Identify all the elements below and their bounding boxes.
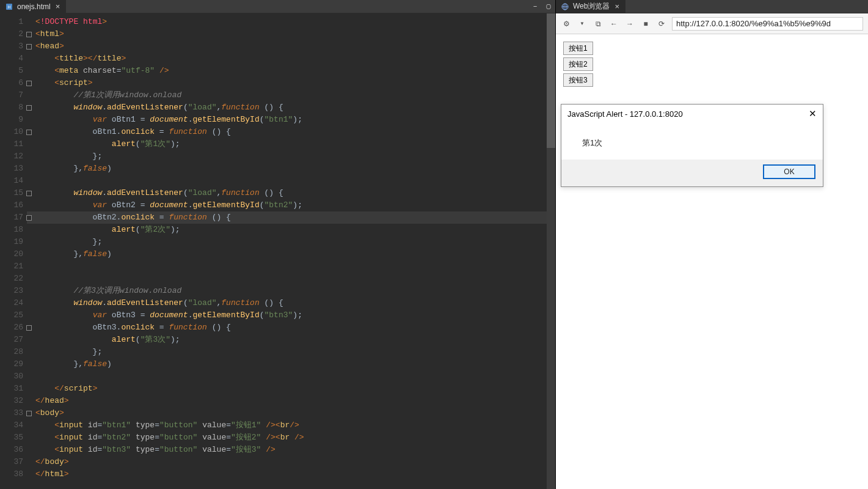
code-line[interactable]: alert("第1次");: [27, 138, 547, 150]
back-icon[interactable]: ←: [608, 18, 619, 29]
code-line[interactable]: <title></title>: [27, 53, 547, 65]
code-line[interactable]: <meta charset="utf-8" />: [27, 65, 547, 77]
browser-pane: Web浏览器 × ⚙ ▼ ⧉ ← → ■ ⟳ http://127.0.0.1:…: [556, 0, 868, 489]
js-alert-dialog: JavaScript Alert - 127.0.0.1:8020 ✕ 第1次 …: [561, 104, 823, 187]
code-line[interactable]: [27, 175, 547, 187]
code-line[interactable]: </html>: [27, 468, 547, 480]
line-number: 7: [0, 89, 27, 101]
line-number: 32: [0, 395, 27, 407]
code-line[interactable]: [27, 273, 547, 285]
line-number: 33: [0, 407, 27, 419]
code-line[interactable]: <input id="btn2" type="button" value="按钮…: [27, 432, 547, 444]
close-icon[interactable]: ×: [54, 2, 62, 11]
code-line[interactable]: };: [27, 236, 547, 248]
editor-tab-onejs[interactable]: H onejs.html ×: [0, 0, 67, 13]
line-number: 13: [0, 163, 27, 175]
line-number: 16: [0, 199, 27, 211]
code-line[interactable]: //第3次调用window.onload: [27, 285, 547, 297]
line-number: 15: [0, 187, 27, 199]
code-line[interactable]: var oBtn2 = document.getElementById("btn…: [27, 199, 547, 211]
forward-icon[interactable]: →: [624, 18, 635, 29]
page-button-3[interactable]: 按钮3: [563, 73, 593, 87]
line-number: 24: [0, 297, 27, 309]
code-line[interactable]: <html>: [27, 28, 547, 40]
code-line[interactable]: <head>: [27, 40, 547, 53]
code-line[interactable]: var oBtn1 = document.getElementById("btn…: [27, 114, 547, 126]
scrollbar-thumb[interactable]: [547, 13, 555, 148]
code-line[interactable]: oBtn1.onclick = function () {: [27, 126, 547, 138]
code-line[interactable]: <body>: [27, 407, 547, 419]
code-line[interactable]: </head>: [27, 395, 547, 407]
line-number: 19: [0, 236, 27, 248]
code-line[interactable]: <input id="btn3" type="button" value="按钮…: [27, 444, 547, 456]
line-gutter: 1234567891011121314151617181920212223242…: [0, 13, 27, 489]
code-editor-pane: H onejs.html × – ▢ 123456789101112131415…: [0, 0, 556, 489]
maximize-icon[interactable]: ▢: [542, 0, 555, 13]
alert-message: 第1次: [561, 123, 823, 160]
line-number: 4: [0, 53, 27, 65]
line-number: 26: [0, 322, 27, 334]
line-number: 27: [0, 334, 27, 346]
alert-title: JavaScript Alert - 127.0.0.1:8020: [567, 109, 683, 119]
page-button-2[interactable]: 按钮2: [563, 57, 593, 71]
refresh-icon[interactable]: ⟳: [656, 18, 667, 29]
code-line[interactable]: <script>: [27, 77, 547, 89]
code-line[interactable]: alert("第3次");: [27, 334, 547, 346]
line-number: 28: [0, 346, 27, 358]
stop-icon[interactable]: ■: [640, 18, 651, 29]
code-line[interactable]: },false): [27, 163, 547, 175]
vertical-scrollbar[interactable]: [547, 13, 555, 489]
code-line[interactable]: </body>: [27, 456, 547, 468]
line-number: 29: [0, 358, 27, 370]
code-line[interactable]: var oBtn3 = document.getElementById("btn…: [27, 309, 547, 322]
code-line[interactable]: </script>: [27, 383, 547, 395]
line-number: 31: [0, 383, 27, 395]
line-number: 38: [0, 468, 27, 480]
line-number: 23: [0, 285, 27, 297]
line-number: 1: [0, 16, 27, 28]
close-icon[interactable]: ×: [613, 2, 621, 11]
code-area[interactable]: <!DOCTYPE html><html><head> <title></tit…: [27, 13, 547, 489]
ok-button[interactable]: OK: [763, 164, 815, 179]
line-number: 34: [0, 419, 27, 432]
code-line[interactable]: window.addEventListener("load",function …: [27, 101, 547, 114]
line-number: 14: [0, 175, 27, 187]
code-line[interactable]: <input id="btn1" type="button" value="按钮…: [27, 419, 547, 432]
code-line[interactable]: [27, 260, 547, 273]
line-number: 25: [0, 309, 27, 322]
url-input[interactable]: http://127.0.0.1:8020/%e9%a1%b5%e9%9d: [672, 17, 863, 31]
editor-body[interactable]: 1234567891011121314151617181920212223242…: [0, 13, 555, 489]
page-button-1[interactable]: 按钮1: [563, 42, 593, 55]
code-line[interactable]: [27, 370, 547, 383]
code-line[interactable]: //第1次调用window.onload: [27, 89, 547, 101]
alert-footer: OK: [561, 160, 823, 186]
code-line[interactable]: oBtn3.onclick = function () {: [27, 322, 547, 334]
globe-icon: [561, 2, 569, 11]
line-number: 21: [0, 260, 27, 273]
line-number: 10: [0, 126, 27, 138]
code-line[interactable]: window.addEventListener("load",function …: [27, 297, 547, 309]
line-number: 22: [0, 273, 27, 285]
minimize-icon[interactable]: –: [528, 0, 542, 13]
code-line[interactable]: oBtn2.onclick = function () {: [27, 211, 547, 224]
close-icon[interactable]: ✕: [809, 108, 817, 119]
line-number: 35: [0, 432, 27, 444]
code-line[interactable]: },false): [27, 248, 547, 260]
code-line[interactable]: alert("第2次");: [27, 224, 547, 236]
code-line[interactable]: window.addEventListener("load",function …: [27, 187, 547, 199]
code-line[interactable]: };: [27, 346, 547, 358]
code-line[interactable]: };: [27, 150, 547, 163]
line-number: 6: [0, 77, 27, 89]
code-line[interactable]: <!DOCTYPE html>: [27, 16, 547, 28]
gear-icon[interactable]: ⚙: [561, 18, 572, 29]
line-number: 30: [0, 370, 27, 383]
code-line[interactable]: },false): [27, 358, 547, 370]
browser-tab[interactable]: Web浏览器 ×: [556, 0, 626, 13]
chevron-down-icon[interactable]: ▼: [577, 18, 588, 29]
line-number: 36: [0, 444, 27, 456]
line-number: 37: [0, 456, 27, 468]
line-number: 9: [0, 114, 27, 126]
line-number: 3: [0, 40, 27, 53]
popout-icon[interactable]: ⧉: [593, 18, 604, 29]
svg-text:H: H: [7, 5, 10, 9]
